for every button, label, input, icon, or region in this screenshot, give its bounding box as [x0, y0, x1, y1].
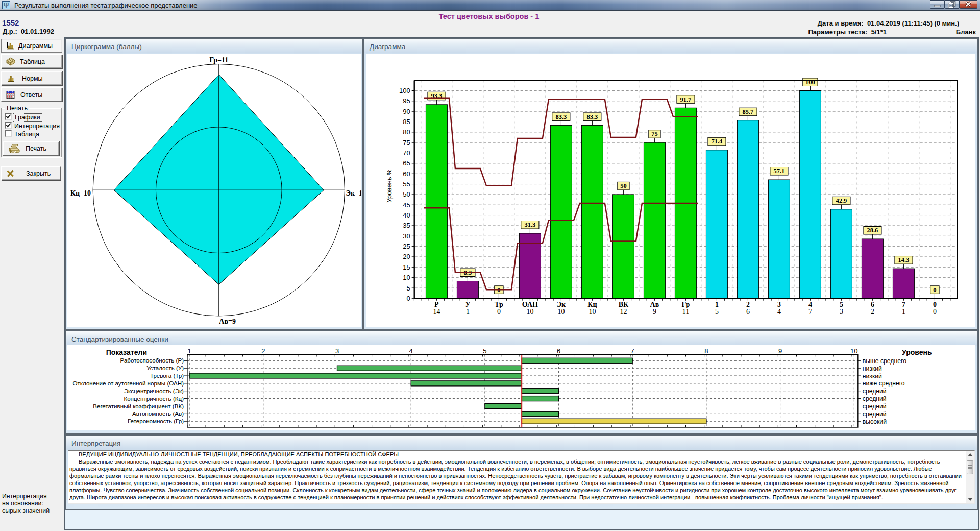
svg-text:14.3: 14.3 [898, 256, 909, 263]
svg-text:средний: средний [863, 388, 887, 395]
svg-text:ВК: ВК [619, 301, 629, 308]
svg-text:Тр: Тр [495, 301, 503, 308]
svg-text:1: 1 [902, 308, 905, 316]
svg-text:Показатели: Показатели [106, 348, 147, 356]
svg-text:4: 4 [808, 301, 812, 308]
svg-text:80: 80 [403, 128, 410, 136]
svg-text:40: 40 [403, 211, 410, 219]
svg-text:10: 10 [850, 347, 857, 355]
svg-text:28.6: 28.6 [867, 227, 878, 234]
svg-text:5: 5 [715, 308, 719, 316]
svg-text:12: 12 [620, 308, 627, 316]
svg-text:9: 9 [653, 308, 656, 316]
svg-text:2: 2 [746, 301, 750, 308]
svg-text:10: 10 [526, 308, 533, 316]
svg-text:средний: средний [863, 403, 887, 410]
svg-text:Эк: Эк [557, 301, 566, 308]
svg-text:6: 6 [557, 347, 560, 355]
svg-text:3: 3 [840, 308, 843, 316]
svg-text:90: 90 [403, 108, 410, 115]
svg-text:Ав=9: Ав=9 [219, 318, 236, 325]
svg-text:9: 9 [778, 347, 782, 355]
svg-text:Эксцентричность (Эк): Эксцентричность (Эк) [124, 388, 184, 394]
svg-text:Р: Р [434, 301, 439, 308]
svg-text:50: 50 [620, 182, 627, 189]
svg-text:75: 75 [403, 139, 410, 147]
svg-text:57.1: 57.1 [773, 167, 785, 175]
svg-text:85: 85 [403, 118, 410, 126]
svg-text:0: 0 [933, 308, 937, 316]
svg-text:3: 3 [777, 301, 781, 308]
svg-text:1: 1 [715, 301, 719, 308]
svg-text:25: 25 [403, 243, 410, 250]
svg-text:выше среднего: выше среднего [863, 357, 906, 365]
svg-text:7: 7 [631, 347, 634, 355]
svg-text:31.3: 31.3 [524, 221, 535, 228]
svg-text:У: У [465, 301, 470, 308]
svg-text:0: 0 [406, 295, 410, 302]
svg-text:11: 11 [682, 308, 689, 316]
svg-text:Усталость (У): Усталость (У) [146, 365, 184, 371]
svg-text:6: 6 [746, 308, 750, 316]
svg-text:91.7: 91.7 [680, 96, 691, 103]
svg-text:35: 35 [403, 222, 410, 229]
svg-text:Кц: Кц [587, 301, 597, 308]
svg-text:83.3: 83.3 [555, 113, 567, 120]
svg-text:Отклонение от аутогенной нормы: Отклонение от аутогенной нормы (ОАН) [72, 380, 184, 387]
svg-text:3: 3 [335, 347, 339, 355]
svg-text:100: 100 [805, 79, 815, 86]
svg-text:ОАН: ОАН [522, 301, 538, 308]
svg-text:средний: средний [863, 411, 887, 418]
svg-text:45: 45 [403, 201, 410, 209]
svg-text:100: 100 [399, 87, 410, 94]
svg-text:Вегетативный коэффициент (ВК): Вегетативный коэффициент (ВК) [93, 403, 184, 409]
svg-text:Гр=11: Гр=11 [209, 56, 228, 64]
svg-text:14: 14 [433, 308, 440, 316]
svg-text:4: 4 [777, 308, 781, 316]
svg-text:2: 2 [871, 308, 874, 316]
svg-text:7: 7 [902, 301, 905, 308]
svg-text:1: 1 [187, 347, 191, 355]
svg-text:6: 6 [871, 301, 874, 308]
svg-text:5: 5 [483, 347, 486, 355]
svg-text:Ав: Ав [650, 301, 659, 308]
svg-text:5: 5 [840, 301, 843, 308]
svg-text:50: 50 [403, 190, 410, 198]
svg-text:Концентричность (Кц): Концентричность (Кц) [124, 395, 184, 402]
svg-text:Эк=10: Эк=10 [346, 189, 361, 197]
svg-text:высокий: высокий [863, 418, 887, 425]
svg-text:0: 0 [933, 286, 936, 294]
svg-text:Гр: Гр [681, 301, 690, 308]
svg-text:42.9: 42.9 [836, 197, 847, 204]
svg-text:низкий: низкий [863, 373, 882, 380]
svg-text:Гетерономность (Гр): Гетерономность (Гр) [128, 418, 184, 424]
svg-text:10: 10 [403, 274, 410, 281]
svg-text:Тревога (Тр): Тревога (Тр) [150, 372, 184, 379]
svg-text:8: 8 [704, 347, 708, 355]
svg-text:Работоспособность (Р): Работоспособность (Р) [120, 357, 184, 364]
svg-text:83.3: 83.3 [586, 113, 598, 120]
svg-text:85.7: 85.7 [742, 108, 753, 115]
svg-text:65: 65 [403, 159, 410, 167]
svg-text:Автономность (Ав): Автономность (Ав) [132, 410, 184, 417]
svg-text:низкий: низкий [863, 365, 882, 372]
svg-text:4: 4 [409, 347, 413, 355]
svg-text:95: 95 [403, 97, 410, 105]
svg-text:30: 30 [403, 232, 410, 240]
svg-text:15: 15 [403, 263, 410, 271]
svg-text:0: 0 [933, 301, 937, 308]
svg-text:75: 75 [651, 130, 658, 137]
svg-text:70: 70 [403, 149, 410, 157]
svg-text:средний: средний [863, 395, 887, 402]
svg-text:Уровень: Уровень [902, 348, 932, 356]
svg-text:10: 10 [557, 308, 565, 316]
svg-text:10: 10 [589, 308, 596, 316]
svg-text:0: 0 [497, 308, 501, 316]
svg-text:ниже среднего: ниже среднего [863, 380, 905, 387]
svg-text:55: 55 [403, 180, 410, 188]
svg-text:2: 2 [261, 347, 265, 355]
svg-text:1: 1 [466, 308, 470, 316]
svg-text:71.4: 71.4 [711, 138, 723, 145]
svg-text:60: 60 [403, 170, 410, 178]
svg-text:Кц=10: Кц=10 [70, 189, 91, 197]
